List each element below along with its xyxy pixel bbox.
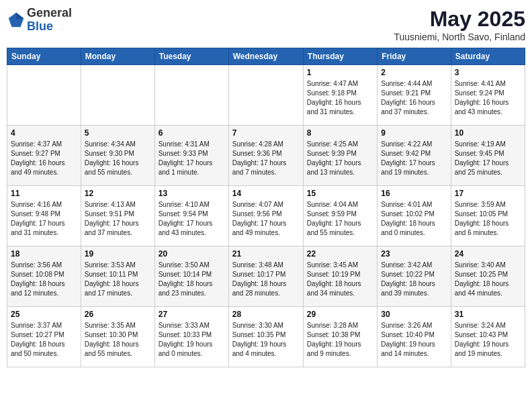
- day-number: 1: [307, 68, 373, 77]
- calendar-cell: 23Sunrise: 3:42 AM Sunset: 10:22 PM Dayl…: [378, 246, 451, 307]
- day-info: Sunrise: 4:19 AM Sunset: 9:45 PM Dayligh…: [455, 140, 521, 177]
- logo-blue-text: Blue: [27, 20, 72, 34]
- calendar-cell: 6Sunrise: 4:31 AM Sunset: 9:33 PM Daylig…: [154, 126, 228, 186]
- logo-icon: [7, 11, 26, 30]
- day-info: Sunrise: 3:33 AM Sunset: 10:33 PM Daylig…: [159, 321, 225, 359]
- day-info: Sunrise: 4:04 AM Sunset: 9:59 PM Dayligh…: [307, 200, 373, 238]
- calendar-cell: 29Sunrise: 3:28 AM Sunset: 10:38 PM Dayl…: [303, 307, 377, 367]
- day-info: Sunrise: 3:24 AM Sunset: 10:43 PM Daylig…: [455, 321, 521, 359]
- calendar-cell: [154, 65, 228, 126]
- day-number: 27: [159, 310, 225, 319]
- day-number: 7: [232, 128, 300, 138]
- day-number: 25: [11, 310, 77, 319]
- calendar-cell: 30Sunrise: 3:26 AM Sunset: 10:40 PM Dayl…: [378, 307, 451, 367]
- day-number: 12: [85, 189, 151, 198]
- day-number: 21: [232, 249, 300, 259]
- day-number: 20: [159, 249, 225, 259]
- calendar-week-5: 25Sunrise: 3:37 AM Sunset: 10:27 PM Dayl…: [7, 307, 525, 367]
- calendar-cell: 9Sunrise: 4:22 AM Sunset: 9:42 PM Daylig…: [378, 126, 451, 186]
- day-info: Sunrise: 3:53 AM Sunset: 10:11 PM Daylig…: [85, 261, 151, 298]
- calendar-cell: 11Sunrise: 4:16 AM Sunset: 9:48 PM Dayli…: [7, 186, 81, 246]
- day-info: Sunrise: 4:07 AM Sunset: 9:56 PM Dayligh…: [232, 200, 300, 238]
- day-number: 11: [11, 189, 77, 198]
- calendar-cell: 22Sunrise: 3:45 AM Sunset: 10:19 PM Dayl…: [303, 246, 377, 307]
- day-info: Sunrise: 4:25 AM Sunset: 9:39 PM Dayligh…: [307, 140, 373, 177]
- calendar-cell: 18Sunrise: 3:56 AM Sunset: 10:08 PM Dayl…: [7, 246, 81, 307]
- day-info: Sunrise: 3:59 AM Sunset: 10:05 PM Daylig…: [455, 200, 521, 238]
- day-number: 16: [381, 189, 447, 198]
- day-info: Sunrise: 4:37 AM Sunset: 9:27 PM Dayligh…: [11, 140, 77, 177]
- day-number: 29: [307, 310, 373, 319]
- calendar-cell: 15Sunrise: 4:04 AM Sunset: 9:59 PM Dayli…: [303, 186, 377, 246]
- day-number: 9: [381, 128, 447, 138]
- calendar-cell: 19Sunrise: 3:53 AM Sunset: 10:11 PM Dayl…: [81, 246, 154, 307]
- day-info: Sunrise: 4:47 AM Sunset: 9:18 PM Dayligh…: [307, 79, 373, 117]
- day-info: Sunrise: 4:13 AM Sunset: 9:51 PM Dayligh…: [85, 200, 151, 238]
- calendar-cell: 1Sunrise: 4:47 AM Sunset: 9:18 PM Daylig…: [303, 65, 377, 126]
- day-number: 3: [455, 68, 521, 77]
- calendar-cell: 31Sunrise: 3:24 AM Sunset: 10:43 PM Dayl…: [451, 307, 525, 367]
- calendar-cell: 8Sunrise: 4:25 AM Sunset: 9:39 PM Daylig…: [303, 126, 377, 186]
- calendar-cell: 16Sunrise: 4:01 AM Sunset: 10:02 PM Dayl…: [378, 186, 451, 246]
- day-number: 31: [455, 310, 521, 319]
- day-info: Sunrise: 3:35 AM Sunset: 10:30 PM Daylig…: [85, 321, 151, 359]
- month-title: May 2025: [394, 7, 525, 32]
- calendar-cell: 7Sunrise: 4:28 AM Sunset: 9:36 PM Daylig…: [228, 126, 303, 186]
- location-subtitle: Tuusniemi, North Savo, Finland: [394, 32, 525, 42]
- day-number: 19: [85, 249, 151, 259]
- calendar-table: SundayMondayTuesdayWednesdayThursdayFrid…: [7, 48, 525, 367]
- day-header-friday: Friday: [378, 48, 451, 65]
- logo-general-text: General: [27, 7, 72, 20]
- calendar-cell: 13Sunrise: 4:10 AM Sunset: 9:54 PM Dayli…: [154, 186, 228, 246]
- day-info: Sunrise: 3:45 AM Sunset: 10:19 PM Daylig…: [307, 261, 373, 298]
- calendar-cell: 27Sunrise: 3:33 AM Sunset: 10:33 PM Dayl…: [154, 307, 228, 367]
- calendar-cell: 14Sunrise: 4:07 AM Sunset: 9:56 PM Dayli…: [228, 186, 303, 246]
- calendar-cell: 12Sunrise: 4:13 AM Sunset: 9:51 PM Dayli…: [81, 186, 154, 246]
- day-number: 22: [307, 249, 373, 259]
- day-info: Sunrise: 3:56 AM Sunset: 10:08 PM Daylig…: [11, 261, 77, 298]
- day-info: Sunrise: 4:28 AM Sunset: 9:36 PM Dayligh…: [232, 140, 300, 177]
- calendar-cell: [7, 65, 81, 126]
- calendar-cell: 4Sunrise: 4:37 AM Sunset: 9:27 PM Daylig…: [7, 126, 81, 186]
- logo-text: General Blue: [27, 7, 72, 34]
- day-info: Sunrise: 3:40 AM Sunset: 10:25 PM Daylig…: [455, 261, 521, 298]
- calendar-cell: 24Sunrise: 3:40 AM Sunset: 10:25 PM Dayl…: [451, 246, 525, 307]
- day-number: 14: [232, 189, 300, 198]
- day-info: Sunrise: 3:42 AM Sunset: 10:22 PM Daylig…: [381, 261, 447, 298]
- calendar-cell: 26Sunrise: 3:35 AM Sunset: 10:30 PM Dayl…: [81, 307, 154, 367]
- day-header-saturday: Saturday: [451, 48, 525, 65]
- day-info: Sunrise: 3:50 AM Sunset: 10:14 PM Daylig…: [159, 261, 225, 298]
- day-number: 23: [381, 249, 447, 259]
- day-number: 13: [159, 189, 225, 198]
- day-header-tuesday: Tuesday: [154, 48, 228, 65]
- calendar-cell: 2Sunrise: 4:44 AM Sunset: 9:21 PM Daylig…: [378, 65, 451, 126]
- page-header: General Blue May 2025 Tuusniemi, North S…: [7, 7, 525, 42]
- calendar-cell: 20Sunrise: 3:50 AM Sunset: 10:14 PM Dayl…: [154, 246, 228, 307]
- logo: General Blue: [7, 7, 72, 34]
- day-info: Sunrise: 4:01 AM Sunset: 10:02 PM Daylig…: [381, 200, 447, 238]
- day-info: Sunrise: 4:10 AM Sunset: 9:54 PM Dayligh…: [159, 200, 225, 238]
- day-number: 2: [381, 68, 447, 77]
- day-info: Sunrise: 4:16 AM Sunset: 9:48 PM Dayligh…: [11, 200, 77, 238]
- day-number: 17: [455, 189, 521, 198]
- title-block: May 2025 Tuusniemi, North Savo, Finland: [394, 7, 525, 42]
- calendar-cell: 21Sunrise: 3:48 AM Sunset: 10:17 PM Dayl…: [228, 246, 303, 307]
- day-info: Sunrise: 3:48 AM Sunset: 10:17 PM Daylig…: [232, 261, 300, 298]
- day-number: 15: [307, 189, 373, 198]
- day-number: 18: [11, 249, 77, 259]
- calendar-cell: 28Sunrise: 3:30 AM Sunset: 10:35 PM Dayl…: [228, 307, 303, 367]
- day-number: 26: [85, 310, 151, 319]
- calendar-cell: 5Sunrise: 4:34 AM Sunset: 9:30 PM Daylig…: [81, 126, 154, 186]
- day-header-monday: Monday: [81, 48, 154, 65]
- day-header-wednesday: Wednesday: [228, 48, 303, 65]
- day-info: Sunrise: 4:44 AM Sunset: 9:21 PM Dayligh…: [381, 79, 447, 117]
- day-number: 28: [232, 310, 300, 319]
- day-info: Sunrise: 4:22 AM Sunset: 9:42 PM Dayligh…: [381, 140, 447, 177]
- day-number: 4: [11, 128, 77, 138]
- day-info: Sunrise: 3:28 AM Sunset: 10:38 PM Daylig…: [307, 321, 373, 359]
- calendar-cell: 17Sunrise: 3:59 AM Sunset: 10:05 PM Dayl…: [451, 186, 525, 246]
- calendar-week-3: 11Sunrise: 4:16 AM Sunset: 9:48 PM Dayli…: [7, 186, 525, 246]
- calendar-cell: [228, 65, 303, 126]
- calendar-week-4: 18Sunrise: 3:56 AM Sunset: 10:08 PM Dayl…: [7, 246, 525, 307]
- day-info: Sunrise: 4:31 AM Sunset: 9:33 PM Dayligh…: [159, 140, 225, 177]
